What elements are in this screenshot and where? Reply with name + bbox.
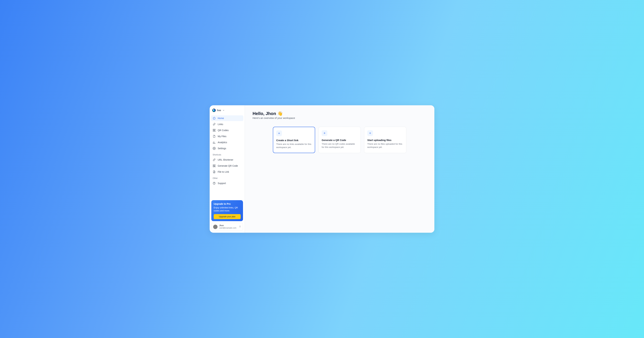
action-card-upload[interactable]: Start uploading filesThere are no files … [364, 127, 406, 153]
sidebar-item-support[interactable]: Support [211, 180, 243, 186]
card-title: Start uploading files [367, 139, 403, 142]
sidebar-item-analytics[interactable]: Analytics [211, 140, 243, 145]
home-icon [213, 117, 216, 120]
wave-emoji-icon: 👋 [278, 111, 283, 116]
sidebar-item-label: Support [218, 182, 226, 184]
svg-point-3 [214, 148, 215, 149]
upgrade-card: Upgrade to Pro Enjoy unlimited links, QR… [211, 200, 243, 221]
link-icon [213, 123, 216, 126]
action-card-genqr[interactable]: Generate a QR CodeThere are no QR codes … [318, 127, 361, 153]
sidebar-item-genqr[interactable]: Generate QR Code [211, 163, 243, 169]
user-email: user@example.com [219, 227, 236, 229]
nav-shortcuts: URL ShortenerGenerate QR CodeFile to Lin… [211, 157, 243, 175]
svg-rect-4 [213, 165, 214, 166]
sidebar-item-label: Settings [218, 147, 226, 150]
file-icon [213, 135, 216, 138]
sidebar-item-label: Analytics [218, 141, 227, 144]
shortcuts-heading: Shortcuts [211, 151, 243, 157]
card-desc: There are no links available for this wo… [276, 143, 312, 149]
svg-rect-1 [214, 129, 215, 130]
page-subtitle: Here's an overview of your workspace [252, 116, 427, 119]
card-title: Create a Short link [276, 139, 312, 142]
sidebar-item-label: Generate QR Code [218, 164, 238, 167]
user-name: Jhon [219, 224, 236, 227]
svg-rect-0 [213, 129, 214, 130]
upgrade-title: Upgrade to Pro [214, 202, 241, 205]
help-icon [213, 182, 216, 185]
gear-icon [213, 147, 216, 150]
sidebar-item-label: Links [218, 123, 223, 126]
sidebar-item-label: File to Link [218, 170, 229, 173]
card-desc: There are no QR codes available for this… [322, 142, 358, 149]
action-cards: Create a Short linkThere are no links av… [252, 127, 427, 153]
greeting-name: Jhon [266, 111, 276, 116]
sidebar-item-label: My Files [218, 135, 226, 138]
sidebar-item-files[interactable]: My Files [211, 134, 243, 139]
user-menu[interactable]: Jhon user@example.com [211, 223, 243, 231]
nav-main: HomeLinksQR CodesMy FilesAnalyticsSettin… [211, 115, 243, 151]
page-title: Hello, Jhon 👋 [252, 111, 427, 116]
sidebar-item-label: Home [218, 117, 224, 120]
chevron-down-icon [222, 109, 225, 112]
sidebar-item-label: QR Codes [218, 129, 228, 132]
svg-rect-6 [213, 166, 214, 167]
workspace-plan-label: free [217, 109, 221, 112]
app-shell: free HomeLinksQR CodesMy FilesAnalyticsS… [210, 105, 434, 233]
link-icon [213, 158, 216, 161]
filetext-icon [213, 170, 216, 173]
workspace-logo-icon [212, 109, 216, 112]
sidebar-item-home[interactable]: Home [211, 115, 243, 121]
workspace-switcher[interactable]: free [211, 108, 243, 113]
svg-rect-5 [214, 165, 215, 166]
sidebar-item-links[interactable]: Links [211, 122, 243, 127]
sidebar-item-filelink[interactable]: File to Link [211, 169, 243, 175]
upgrade-desc: Enjoy unlimited links, QR codes and more… [214, 206, 241, 212]
svg-rect-2 [213, 130, 214, 132]
action-card-shortlink[interactable]: Create a Short linkThere are no links av… [273, 127, 315, 153]
plus-icon [367, 130, 373, 136]
qr-icon [213, 164, 216, 167]
sidebar-item-settings[interactable]: Settings [211, 146, 243, 151]
sidebar-item-shortener[interactable]: URL Shortener [211, 157, 243, 163]
avatar [213, 225, 218, 229]
main-content: Hello, Jhon 👋 Here's an overview of your… [245, 105, 434, 233]
sidebar-item-label: URL Shortener [218, 158, 233, 161]
nav-other: Support [211, 180, 243, 186]
card-desc: There are no files uploaded for this wor… [367, 142, 403, 149]
greeting-prefix: Hello, [252, 111, 266, 116]
upgrade-button[interactable]: Upgrade your plan [214, 214, 241, 219]
chevron-up-down-icon [239, 225, 241, 228]
bars-icon [213, 141, 216, 144]
other-heading: Other [211, 175, 243, 180]
qr-icon [213, 129, 216, 132]
plus-icon [276, 130, 282, 136]
sidebar: free HomeLinksQR CodesMy FilesAnalyticsS… [210, 105, 245, 233]
sidebar-item-qr[interactable]: QR Codes [211, 128, 243, 133]
card-title: Generate a QR Code [322, 139, 358, 142]
plus-icon [322, 130, 327, 136]
